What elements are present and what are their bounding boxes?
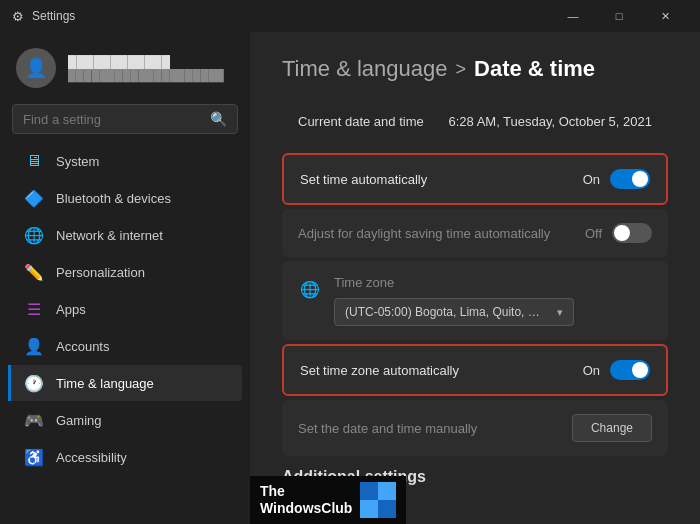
- manual-date-label: Set the date and time manually: [298, 421, 477, 436]
- timezone-content: Time zone (UTC-05:00) Bogota, Lima, Quit…: [334, 275, 652, 326]
- set-timezone-auto-right: On: [583, 360, 650, 380]
- toggle-thumb: [632, 171, 648, 187]
- svg-rect-3: [378, 500, 396, 518]
- watermark-logo: [360, 482, 396, 518]
- watermark-line1: The: [260, 483, 352, 500]
- avatar: 👤: [16, 48, 56, 88]
- sidebar-nav: 🖥 System 🔷 Bluetooth & devices 🌐 Network…: [0, 142, 250, 476]
- svg-rect-0: [360, 482, 378, 500]
- maximize-button[interactable]: □: [596, 0, 642, 32]
- breadcrumb: Time & language > Date & time: [282, 56, 668, 82]
- sidebar-item-time[interactable]: 🕐 Time & language: [8, 365, 242, 401]
- settings-icon: ⚙: [12, 9, 24, 24]
- watermark-line2: WindowsClub: [260, 500, 352, 517]
- breadcrumb-separator: >: [456, 59, 467, 80]
- sidebar-item-accessibility[interactable]: ♿ Accessibility: [8, 439, 242, 475]
- network-icon: 🌐: [24, 225, 44, 245]
- set-time-auto-toggle[interactable]: [610, 169, 650, 189]
- sidebar-item-personalization[interactable]: ✏️ Personalization: [8, 254, 242, 290]
- sidebar-item-label: Time & language: [56, 376, 154, 391]
- app-body: 👤 ████████████ ████████████████████ 🔍 🖥 …: [0, 32, 700, 524]
- current-time-label: Current date and time: [298, 114, 424, 129]
- close-button[interactable]: ✕: [642, 0, 688, 32]
- sidebar-item-network[interactable]: 🌐 Network & internet: [8, 217, 242, 253]
- sidebar-item-bluetooth[interactable]: 🔷 Bluetooth & devices: [8, 180, 242, 216]
- user-info: ████████████ ████████████████████: [68, 55, 224, 81]
- set-time-auto-right: On: [583, 169, 650, 189]
- sidebar-item-accounts[interactable]: 👤 Accounts: [8, 328, 242, 364]
- sidebar-item-system[interactable]: 🖥 System: [8, 143, 242, 179]
- sidebar-item-label: Network & internet: [56, 228, 163, 243]
- sidebar-item-label: Bluetooth & devices: [56, 191, 171, 206]
- search-box[interactable]: 🔍: [12, 104, 238, 134]
- set-time-auto-card: Set time automatically On: [282, 153, 668, 205]
- set-timezone-auto-row: Set time zone automatically On: [284, 346, 666, 394]
- minimize-button[interactable]: —: [550, 0, 596, 32]
- set-timezone-auto-status: On: [583, 363, 600, 378]
- daylight-saving-card: Adjust for daylight saving time automati…: [282, 209, 668, 257]
- sidebar-item-label: Apps: [56, 302, 86, 317]
- toggle-thumb: [614, 225, 630, 241]
- search-icon: 🔍: [210, 111, 227, 127]
- toggle-thumb: [632, 362, 648, 378]
- sidebar-item-label: Accessibility: [56, 450, 127, 465]
- titlebar-title: Settings: [32, 9, 75, 23]
- daylight-saving-status: Off: [585, 226, 602, 241]
- accessibility-icon: ♿: [24, 447, 44, 467]
- set-time-auto-label: Set time automatically: [300, 172, 427, 187]
- change-button[interactable]: Change: [572, 414, 652, 442]
- sidebar-item-label: Personalization: [56, 265, 145, 280]
- daylight-saving-right: Off: [585, 223, 652, 243]
- breadcrumb-parent: Time & language: [282, 56, 448, 82]
- bluetooth-icon: 🔷: [24, 188, 44, 208]
- sidebar-item-label: Gaming: [56, 413, 102, 428]
- daylight-saving-toggle[interactable]: [612, 223, 652, 243]
- watermark: The WindowsClub: [250, 476, 406, 524]
- titlebar-controls: — □ ✕: [550, 0, 688, 32]
- time-icon: 🕐: [24, 373, 44, 393]
- svg-rect-1: [378, 482, 396, 500]
- timezone-inner: 🌐 Time zone (UTC-05:00) Bogota, Lima, Qu…: [298, 275, 652, 326]
- set-timezone-auto-toggle[interactable]: [610, 360, 650, 380]
- svg-rect-2: [360, 500, 378, 518]
- gaming-icon: 🎮: [24, 410, 44, 430]
- titlebar: ⚙ Settings — □ ✕: [0, 0, 700, 32]
- set-timezone-auto-label: Set time zone automatically: [300, 363, 459, 378]
- user-name: ████████████: [68, 55, 224, 69]
- daylight-saving-label: Adjust for daylight saving time automati…: [298, 226, 550, 241]
- timezone-section: 🌐 Time zone (UTC-05:00) Bogota, Lima, Qu…: [282, 261, 668, 340]
- search-input[interactable]: [23, 112, 202, 127]
- active-indicator: [8, 365, 11, 401]
- current-time-value: 6:28 AM, Tuesday, October 5, 2021: [448, 114, 652, 129]
- titlebar-left: ⚙ Settings: [12, 9, 550, 24]
- manual-date-row: Set the date and time manually Change: [282, 400, 668, 456]
- sidebar-item-label: System: [56, 154, 99, 169]
- timezone-select[interactable]: (UTC-05:00) Bogota, Lima, Quito, Rio Bra…: [334, 298, 574, 326]
- timezone-value: (UTC-05:00) Bogota, Lima, Quito, Rio Bra…: [345, 305, 545, 319]
- system-icon: 🖥: [24, 151, 44, 171]
- globe-icon: 🌐: [298, 277, 322, 301]
- user-section: 👤 ████████████ ████████████████████: [0, 32, 250, 100]
- user-email: ████████████████████: [68, 69, 224, 81]
- breadcrumb-current: Date & time: [474, 56, 595, 82]
- personalization-icon: ✏️: [24, 262, 44, 282]
- chevron-down-icon: ▾: [557, 306, 563, 319]
- timezone-label: Time zone: [334, 275, 652, 290]
- sidebar-item-gaming[interactable]: 🎮 Gaming: [8, 402, 242, 438]
- set-time-auto-row: Set time automatically On: [284, 155, 666, 203]
- daylight-saving-row: Adjust for daylight saving time automati…: [282, 209, 668, 257]
- accounts-icon: 👤: [24, 336, 44, 356]
- content-area: Time & language > Date & time Current da…: [250, 32, 700, 524]
- sidebar: 👤 ████████████ ████████████████████ 🔍 🖥 …: [0, 32, 250, 524]
- set-timezone-auto-card: Set time zone automatically On: [282, 344, 668, 396]
- apps-icon: ☰: [24, 299, 44, 319]
- sidebar-item-label: Accounts: [56, 339, 109, 354]
- watermark-text-block: The WindowsClub: [260, 483, 352, 517]
- set-time-auto-status: On: [583, 172, 600, 187]
- current-time-row: Current date and time 6:28 AM, Tuesday, …: [282, 102, 668, 141]
- sidebar-item-apps[interactable]: ☰ Apps: [8, 291, 242, 327]
